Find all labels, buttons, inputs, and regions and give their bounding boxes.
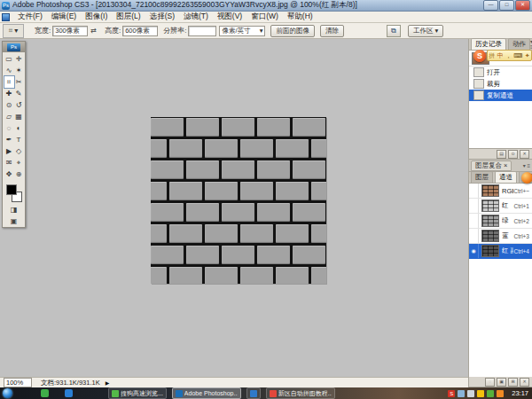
history-state-row[interactable]: 裁剪 — [469, 78, 532, 90]
menu-view[interactable]: 视图(V) — [213, 12, 246, 22]
swap-dimensions-icon[interactable]: ⇄ — [90, 27, 97, 35]
slice-tool[interactable]: ✂ — [14, 76, 24, 88]
dodge-tool[interactable]: ◐ — [14, 122, 24, 134]
path-selection-tool[interactable]: ▶ — [4, 145, 14, 157]
start-button[interactable] — [3, 388, 12, 398]
foreground-color-swatch[interactable] — [6, 184, 17, 195]
menu-select[interactable]: 选择(S) — [145, 12, 179, 22]
channel-row[interactable]: 绿Ctrl+2 — [469, 214, 532, 229]
clear-button[interactable]: 清除 — [320, 25, 344, 37]
quick-mask-button[interactable]: ◨ — [3, 204, 25, 215]
healing-brush-tool[interactable]: ✚ — [4, 88, 14, 99]
history-tab-1[interactable]: 动作 — [508, 38, 530, 50]
resolution-input[interactable] — [188, 26, 216, 36]
hand-tool[interactable]: ✥ — [4, 168, 14, 180]
maximize-button[interactable]: □ — [499, 0, 514, 11]
visibility-eye-icon[interactable] — [469, 199, 479, 213]
history-tab-0[interactable]: 历史记录 — [471, 38, 506, 50]
panel-footer-button-3[interactable]: ✕ — [520, 378, 529, 387]
channels-tab-0[interactable]: 图层 — [471, 171, 493, 183]
go-to-bridge-icon[interactable]: ⧉ — [387, 25, 401, 37]
panel-footer-button-0[interactable]: ▤ — [497, 150, 506, 159]
rectangular-marquee-tool[interactable]: ▭ — [4, 53, 14, 65]
zoom-level-input[interactable]: 100% — [4, 378, 32, 387]
clone-stamp-tool[interactable]: ⊙ — [4, 99, 14, 111]
screen-mode-button[interactable]: ▣ — [3, 215, 25, 227]
toolbox-grip[interactable]: Ps — [3, 42, 25, 52]
crop-tool[interactable]: ⌗ — [4, 76, 14, 88]
document-image-brick-pattern[interactable] — [151, 117, 326, 284]
zoom-tool[interactable]: ⊕ — [14, 168, 24, 180]
panel-footer-button-2[interactable]: ⊞ — [508, 378, 518, 387]
pen-tool[interactable]: ✒ — [4, 134, 14, 145]
security-icon[interactable] — [477, 390, 484, 397]
history-state-row[interactable]: 复制通道 — [469, 90, 532, 101]
resolution-unit-dropdown[interactable]: 像素/英寸 ▾ — [219, 26, 265, 36]
panel-footer-button-1[interactable]: ▣ — [497, 378, 506, 387]
taskbar-button-1[interactable]: Adobe Photoshop... — [172, 387, 241, 399]
notes-tool[interactable]: ✉ — [4, 157, 14, 168]
cn-en-icon[interactable]: 中 — [497, 51, 504, 59]
front-image-button[interactable]: 前面的图像 — [270, 25, 315, 37]
crop-width-input[interactable]: 300像素 — [52, 26, 88, 36]
menu-layer[interactable]: 图层(L) — [112, 12, 145, 22]
taskbar-button-2[interactable] — [246, 387, 261, 399]
canvas-area[interactable]: Ps ▭✛∿✶⌗✂✚✎⊙↺▱▦◌◐✒T▶◇✉⌖✥⊕ ◨ ▣ — [0, 39, 468, 377]
channel-row[interactable]: ◉红 副本Ctrl+4 — [469, 244, 532, 259]
antivirus-icon[interactable] — [487, 390, 494, 397]
layer-comps-tab[interactable]: 图层复合 × — [471, 160, 512, 171]
channels-tab-1[interactable]: 通道 — [495, 171, 517, 183]
volume-icon[interactable] — [467, 390, 474, 397]
wrench-icon[interactable]: ✦ — [525, 51, 530, 59]
history-brush-tool[interactable]: ↺ — [14, 99, 24, 111]
history-state-row[interactable]: 打开 — [469, 66, 532, 78]
menu-window[interactable]: 窗口(W) — [246, 12, 283, 22]
menu-file[interactable]: 文件(F) — [13, 12, 47, 22]
close-button[interactable]: ✕ — [515, 0, 530, 11]
channel-row[interactable]: 蓝Ctrl+3 — [469, 229, 532, 244]
move-tool[interactable]: ✛ — [14, 53, 24, 65]
taskbar-button-0[interactable]: 搜狗高速浏览... — [108, 387, 167, 399]
eraser-tool[interactable]: ▱ — [4, 111, 14, 122]
blur-tool[interactable]: ◌ — [4, 122, 14, 134]
floating-assistant-ball-icon[interactable] — [521, 172, 532, 184]
status-options-arrow-icon[interactable]: ▶ — [106, 379, 110, 386]
menu-image[interactable]: 图像(I) — [81, 12, 112, 22]
brush-tool[interactable]: ✎ — [14, 88, 24, 99]
visibility-eye-icon[interactable] — [469, 214, 479, 228]
channel-row[interactable]: 红Ctrl+1 — [469, 199, 532, 214]
crop-height-input[interactable]: 600像素 — [122, 26, 158, 36]
quick-launch-icon-2[interactable] — [65, 389, 73, 397]
pinyin-icon[interactable]: 拼 — [489, 51, 495, 59]
taskbar-button-3[interactable]: 新区自动拼图教程... — [266, 387, 335, 399]
minimize-button[interactable]: — — [483, 0, 498, 11]
panel-footer-button-0[interactable]: ◌ — [485, 378, 495, 387]
panel-footer-button-1[interactable]: ⊙ — [508, 150, 518, 159]
menu-help[interactable]: 帮助(H) — [283, 12, 317, 22]
network-icon[interactable] — [458, 390, 465, 397]
visibility-eye-icon[interactable] — [469, 229, 479, 243]
panel-footer-button-2[interactable]: ✕ — [520, 150, 529, 159]
eyedropper-tool[interactable]: ⌖ — [14, 157, 24, 168]
crop-tool-preset-badge[interactable]: ⌗ ▾ — [3, 24, 24, 38]
taskbar-clock[interactable]: 23:17 — [512, 389, 528, 397]
gradient-tool[interactable]: ▦ — [14, 111, 24, 122]
sogou-tray-icon[interactable]: S — [448, 390, 455, 397]
menu-filter[interactable]: 滤镜(T) — [179, 12, 213, 22]
visibility-eye-icon[interactable]: ◉ — [469, 244, 479, 258]
workspace-button[interactable]: 工作区 ▾ — [408, 25, 443, 37]
shape-tool[interactable]: ◇ — [14, 145, 24, 157]
sogou-logo-icon[interactable]: S — [473, 50, 486, 62]
menu-edit[interactable]: 编辑(E) — [47, 12, 81, 22]
lasso-tool[interactable]: ∿ — [4, 65, 14, 76]
keyboard-icon[interactable]: ⌨ — [513, 51, 522, 59]
panel-menu-icon[interactable]: ▾ ≡ — [523, 162, 532, 168]
channel-row[interactable]: RGBCtrl+~ — [469, 184, 532, 199]
update-icon[interactable] — [497, 390, 504, 397]
document-icon[interactable] — [2, 13, 10, 21]
quick-launch-icon-1[interactable] — [41, 389, 49, 397]
visibility-eye-icon[interactable] — [469, 184, 479, 198]
magic-wand-tool[interactable]: ✶ — [14, 65, 24, 76]
type-tool[interactable]: T — [14, 134, 24, 145]
punctuation-icon[interactable]: ， — [505, 51, 512, 59]
